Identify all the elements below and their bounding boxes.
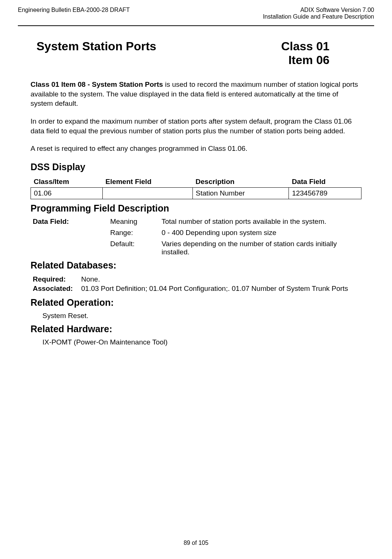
dss-td-element	[102, 187, 192, 199]
section-dss-display: DSS Display	[31, 162, 361, 172]
header-left: Engineering Bulletin EBA-2000-28 DRAFT	[18, 7, 130, 20]
title-item: Item 06	[281, 53, 329, 67]
pf-meaning-value: Total number of station ports available …	[162, 217, 361, 226]
header-right: ADIX Software Version 7.00 Installation …	[263, 7, 374, 20]
paragraph-1: Class 01 Item 08 - System Station Ports …	[31, 80, 361, 108]
dss-th-element: Element Field	[102, 176, 192, 188]
paragraph-3: A reset is required to effect any change…	[31, 144, 361, 153]
pf-range-label: Range:	[110, 229, 159, 237]
rd-required-label: Required:	[33, 274, 77, 284]
dss-th-datafield: Data Field	[289, 176, 361, 188]
content-area: System Station Ports Class 01 Item 06 Cl…	[18, 39, 374, 346]
dss-th-classitem: Class/Item	[31, 176, 103, 188]
section-related-hardware: Related Hardware:	[31, 324, 361, 334]
section-related-databases: Related Databases:	[31, 260, 361, 271]
section-related-operation: Related Operation:	[31, 297, 361, 308]
table-header-row: Class/Item Element Field Description Dat…	[31, 176, 361, 188]
rd-required-value: None.	[81, 274, 361, 284]
body-text: Class 01 Item 08 - System Station Ports …	[31, 80, 361, 153]
dss-td-description: Station Number	[192, 187, 289, 199]
paragraph-2: In order to expand the maximum number of…	[31, 117, 361, 136]
dss-table: Class/Item Element Field Description Dat…	[31, 176, 361, 199]
page-title-right: Class 01 Item 06	[281, 39, 361, 67]
pf-meaning-label: Meaning	[110, 217, 159, 226]
rd-associated-label: Associated:	[33, 284, 77, 293]
related-hardware-text: IX-POMT (Power-On Maintenance Tool)	[31, 338, 361, 346]
pf-range-value: 0 - 400 Depending upon system size	[162, 229, 361, 237]
section-programming-field: Programming Field Description	[31, 203, 361, 214]
header-right-line1: ADIX Software Version 7.00	[263, 7, 374, 13]
title-row: System Station Ports Class 01 Item 06	[31, 39, 361, 67]
pf-default-label: Default:	[110, 240, 159, 256]
dss-th-description: Description	[192, 176, 289, 188]
dss-td-classitem: 01.06	[31, 187, 103, 199]
header-right-line2: Installation Guide and Feature Descripti…	[263, 13, 374, 20]
paragraph-1-bold: Class 01 Item 08 - System Station Ports	[31, 80, 163, 88]
related-databases-table: Required: None. Associated: 01.03 Port D…	[31, 274, 361, 293]
programming-field-table: Data Field: Meaning Total number of stat…	[31, 217, 361, 256]
pf-data-field-label: Data Field:	[33, 217, 107, 226]
page-footer: 89 of 105	[0, 540, 392, 546]
page-header: Engineering Bulletin EBA-2000-28 DRAFT A…	[18, 7, 374, 20]
header-rule	[18, 25, 374, 26]
title-class: Class 01	[281, 39, 329, 53]
page-title-left: System Station Ports	[31, 39, 156, 53]
rd-associated-value: 01.03 Port Definition; 01.04 Port Config…	[81, 284, 361, 293]
table-row: 01.06 Station Number 123456789	[31, 187, 361, 199]
pf-default-value: Varies depending on the number of statio…	[162, 240, 361, 256]
related-operation-text: System Reset.	[31, 312, 361, 320]
dss-td-datafield: 123456789	[289, 187, 361, 199]
